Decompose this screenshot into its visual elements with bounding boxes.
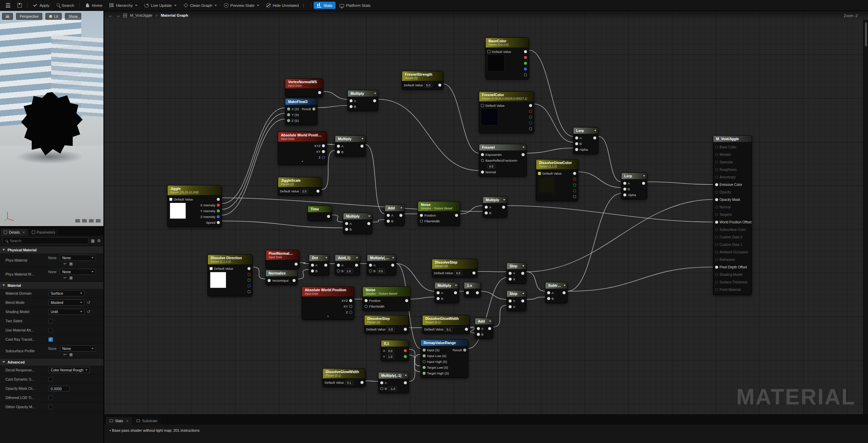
pin-in[interactable] [509, 305, 512, 308]
node-header[interactable]: Add [385, 205, 404, 211]
pin-out[interactable] [404, 355, 407, 358]
value-input[interactable]: 0.0 [387, 327, 395, 331]
filter-icon[interactable]: ▦ [91, 239, 95, 243]
pin-in[interactable] [715, 281, 718, 284]
node-header[interactable]: Absolute World PositionInput Data [302, 287, 354, 297]
pin-in[interactable] [337, 150, 340, 153]
pin-in[interactable] [715, 228, 718, 231]
pin-in[interactable] [380, 381, 383, 384]
node-dissolve-glow-width-2[interactable]: DissolveGlowWidthParam (0.1)Default Valu… [323, 368, 366, 387]
node-multiply-2[interactable]: MultiplyAB [335, 135, 366, 157]
pin-in[interactable] [387, 214, 390, 217]
pin-out[interactable] [399, 214, 402, 217]
toolbar-hide-unrelated[interactable]: Hide Unrelated⋮ [263, 2, 309, 9]
node-multiply-neg1[interactable]: Multiply(,-1)AB-1.0 [378, 372, 409, 393]
pin-out[interactable] [391, 264, 394, 267]
pin-out[interactable] [405, 299, 408, 302]
reset-to-default-icon[interactable]: ↺ [87, 309, 90, 314]
perspective-button[interactable]: Perspective [16, 13, 42, 20]
node-header[interactable]: DissolveStepParam (0) [432, 259, 477, 269]
node-dissolve-glow-color[interactable]: DissolveGlowColorParam (1,1,0)Default Va… [536, 159, 578, 201]
pin-in[interactable] [337, 145, 340, 148]
pin-out[interactable] [217, 198, 220, 201]
pin-out[interactable] [322, 144, 325, 147]
node-multiply-1[interactable]: MultiplyAB [347, 90, 378, 111]
pin-in[interactable] [715, 198, 718, 201]
close-icon[interactable]: × [126, 419, 128, 423]
more-options-icon[interactable]: ⋮ [301, 3, 305, 8]
pin-in[interactable] [287, 119, 290, 122]
pin-in[interactable] [715, 273, 718, 276]
pin-in[interactable] [575, 148, 578, 151]
pin-out[interactable] [404, 349, 407, 352]
close-icon[interactable]: × [23, 231, 25, 234]
node-header[interactable]: Absolute World PositionInput Data [278, 132, 327, 142]
node-pixel-normal-ws[interactable]: PixelNormalWSInput Data [266, 250, 300, 269]
pin-out[interactable] [322, 156, 325, 159]
pin-in[interactable] [715, 161, 718, 164]
node-header[interactable]: Lerp [622, 173, 647, 179]
pin-in[interactable] [575, 136, 578, 139]
pin-out[interactable] [217, 209, 220, 212]
pin-in[interactable] [311, 269, 314, 272]
pin-out[interactable] [573, 195, 576, 198]
pin-out[interactable] [573, 172, 576, 175]
value-input[interactable]: 0.5 [377, 269, 385, 273]
pin-out[interactable] [488, 327, 491, 330]
pin-in[interactable] [715, 206, 718, 209]
toolbar-apply[interactable]: Apply [30, 2, 53, 9]
pin-out[interactable] [529, 116, 532, 119]
node-multiply-3[interactable]: MultiplyAB [343, 213, 372, 234]
graph-scrollbar[interactable] [863, 20, 868, 414]
pin-out[interactable] [295, 263, 298, 266]
pin-in[interactable] [509, 299, 512, 302]
color-swatch[interactable] [538, 172, 541, 175]
pin-out[interactable] [324, 264, 327, 267]
pin-out[interactable] [318, 91, 321, 94]
node-abs-world-pos-2[interactable]: Absolute World PositionInput DataXYZXYZ▾ [302, 286, 354, 320]
pin-out[interactable] [293, 279, 296, 282]
color-swatch[interactable] [169, 198, 172, 201]
pin-in[interactable] [715, 153, 718, 156]
pin-in[interactable] [350, 105, 353, 108]
pin-out[interactable] [463, 349, 466, 352]
pin-out[interactable] [465, 328, 468, 331]
node-fresnel-color[interactable]: FresnelColorParam (0.0035,0.00228,0.0052… [479, 91, 534, 133]
pin-in[interactable] [715, 183, 718, 186]
pin-out[interactable] [524, 68, 527, 71]
tab-details[interactable]: Details × [1, 229, 28, 236]
value-input[interactable]: 0.0 [454, 271, 462, 275]
pin-in[interactable] [420, 214, 423, 217]
pin-in[interactable] [715, 221, 718, 224]
pin-out[interactable] [529, 110, 532, 113]
node-header[interactable]: Time [308, 206, 332, 212]
value-input[interactable]: 0.1 [345, 380, 353, 385]
dropdown-blend-mode[interactable]: Masked [48, 299, 85, 306]
pin-in[interactable] [423, 360, 426, 363]
node-header[interactable]: PixelNormalWSInput Data [266, 250, 299, 260]
pin-in[interactable] [715, 146, 718, 149]
expand-node-icon[interactable]: ▾ [278, 160, 327, 163]
pin-in[interactable] [477, 327, 480, 330]
node-header[interactable]: Add(,1) [335, 255, 360, 261]
pin-out[interactable] [529, 104, 532, 107]
pin-out[interactable] [529, 127, 532, 130]
value-input[interactable]: 0.1 [445, 327, 453, 331]
pin-in[interactable] [481, 159, 484, 162]
pin-in[interactable] [350, 99, 353, 102]
pin-out[interactable] [247, 273, 251, 276]
toolbar-live-update[interactable]: Live Update [141, 2, 179, 9]
node-dissolve-step-2[interactable]: DissolveStepParam (0)Default Value0.0 [364, 315, 409, 334]
pin-in[interactable] [337, 269, 340, 272]
tab-parameters[interactable]: Parameters [29, 229, 58, 236]
pin-out[interactable] [438, 84, 441, 87]
node-jiggle-scale[interactable]: JiggleScaleParam (2)Default Value2.0 [278, 177, 322, 196]
toolbar-stats[interactable]: Stats [314, 2, 335, 9]
pin-in[interactable] [423, 372, 426, 375]
back-button[interactable]: ← [108, 13, 113, 18]
node-header[interactable]: RemapValueRange [421, 340, 468, 346]
use-selected-asset-icon[interactable]: ↩ [63, 353, 67, 356]
node-header[interactable]: Multiply [348, 90, 378, 97]
node-one-minus-x[interactable]: 1-x [464, 282, 481, 297]
checkbox-two-sided[interactable] [48, 319, 53, 323]
